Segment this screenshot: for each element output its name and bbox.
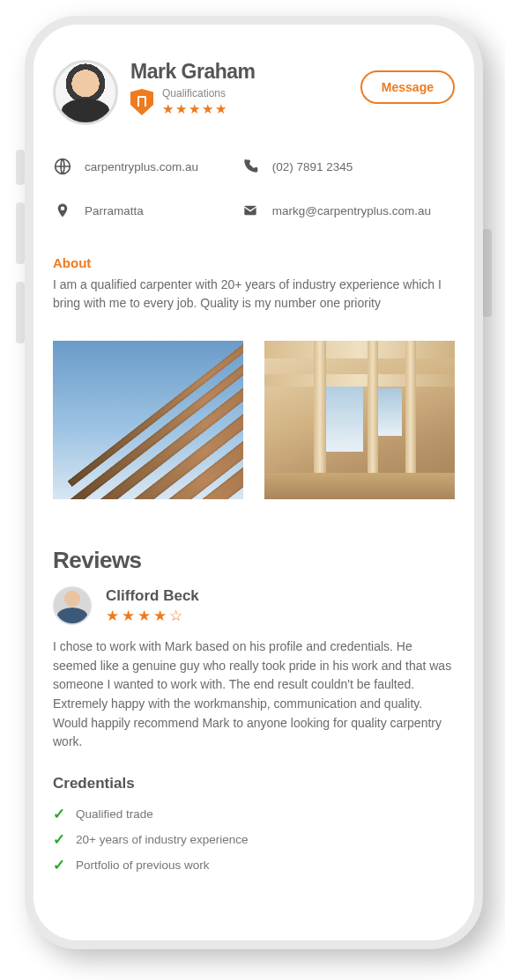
- phone-icon: [241, 157, 260, 176]
- contact-website[interactable]: carpentryplus.com.au: [53, 157, 232, 176]
- globe-icon: [53, 157, 72, 176]
- check-icon: ✓: [53, 856, 65, 874]
- credential-text: Portfolio of previous work: [76, 858, 210, 872]
- review-rating-stars: ★★★★☆: [106, 607, 199, 625]
- about-heading: About: [53, 255, 455, 270]
- phone-frame: Mark Graham Qualifications ★★★★★ Message…: [25, 16, 483, 949]
- contact-email-text: markg@carpentryplus.com.au: [272, 204, 431, 217]
- portfolio-photo[interactable]: [264, 341, 455, 499]
- location-pin-icon: [53, 201, 72, 220]
- profile-avatar[interactable]: [53, 60, 118, 125]
- contact-website-text: carpentryplus.com.au: [85, 160, 198, 173]
- credential-item: ✓ Qualified trade: [53, 801, 455, 827]
- profile-rating-stars: ★★★★★: [162, 101, 228, 117]
- credential-text: Qualified trade: [76, 807, 153, 821]
- contact-email[interactable]: markg@carpentryplus.com.au: [241, 201, 455, 220]
- about-section: About I am a qualified carpenter with 20…: [53, 255, 455, 313]
- about-text: I am a qualified carpenter with 20+ year…: [53, 276, 455, 313]
- credential-item: ✓ Portfolio of previous work: [53, 852, 455, 878]
- credential-text: 20+ years of industry experience: [76, 833, 249, 846]
- contact-location-text: Parramatta: [85, 204, 144, 217]
- profile-name: Mark Graham: [130, 60, 348, 84]
- reviewer-name: Clifford Beck: [106, 587, 199, 605]
- profile-header: Mark Graham Qualifications ★★★★★ Message: [53, 60, 455, 125]
- reviewer-avatar[interactable]: [53, 586, 92, 625]
- qualifications-row: Qualifications ★★★★★: [130, 87, 348, 117]
- qualifications-label: Qualifications: [162, 87, 228, 99]
- phone-side-button: [16, 282, 25, 343]
- shield-badge-icon: [130, 89, 153, 115]
- check-icon: ✓: [53, 830, 65, 849]
- contact-phone-text: (02) 7891 2345: [272, 160, 353, 173]
- portfolio-photo[interactable]: [53, 341, 243, 499]
- message-button[interactable]: Message: [360, 70, 455, 104]
- review-text: I chose to work with Mark based on his p…: [53, 637, 455, 752]
- phone-side-button: [483, 229, 492, 317]
- contact-phone[interactable]: (02) 7891 2345: [241, 157, 455, 176]
- credentials-section: Credentials ✓ Qualified trade ✓ 20+ year…: [53, 775, 455, 878]
- envelope-icon: [241, 201, 260, 220]
- profile-screen: Mark Graham Qualifications ★★★★★ Message…: [33, 25, 474, 895]
- profile-name-block: Mark Graham Qualifications ★★★★★: [130, 60, 348, 117]
- contact-location[interactable]: Parramatta: [53, 201, 232, 220]
- review-header: Clifford Beck ★★★★☆: [53, 586, 455, 625]
- credential-item: ✓ 20+ years of industry experience: [53, 827, 455, 852]
- reviews-heading: Reviews: [53, 547, 455, 574]
- credentials-heading: Credentials: [53, 775, 455, 792]
- portfolio-photos: [53, 341, 455, 499]
- credentials-list: ✓ Qualified trade ✓ 20+ years of industr…: [53, 801, 455, 878]
- contact-grid: carpentryplus.com.au (02) 7891 2345 Parr…: [53, 157, 455, 220]
- phone-side-button: [16, 203, 25, 264]
- check-icon: ✓: [53, 805, 65, 823]
- phone-side-button: [16, 150, 25, 185]
- reviews-section: Reviews Clifford Beck ★★★★☆ I chose to w…: [53, 547, 455, 752]
